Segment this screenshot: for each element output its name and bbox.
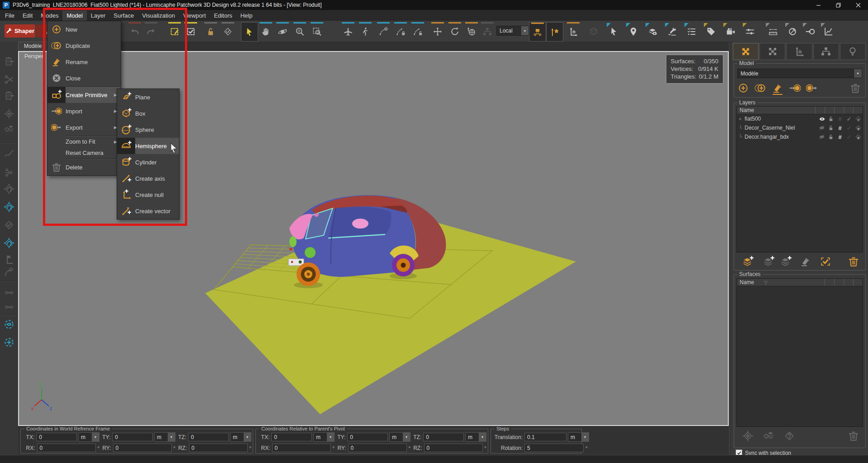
world-rotate-tool-button[interactable]	[463, 22, 480, 41]
rebuild-button[interactable]	[2, 265, 16, 279]
layer-select-toggle[interactable]	[854, 125, 863, 131]
rename-model-button[interactable]	[772, 81, 783, 93]
layer-lock-toggle[interactable]	[826, 134, 835, 140]
field-coordinates-relative-to-parent-s-pivot-tx-[interactable]: 0	[271, 433, 312, 441]
rename-layer-button[interactable]	[800, 255, 811, 267]
select-tool-button[interactable]	[241, 22, 258, 42]
menu-modes[interactable]: Modes	[37, 10, 62, 21]
unit-select[interactable]: m▾	[230, 432, 251, 442]
menu-help[interactable]: Help	[236, 10, 257, 21]
rotate-tool-button[interactable]	[447, 22, 463, 41]
walk-tool-button[interactable]	[357, 22, 373, 41]
layer-row-fiat500[interactable]: +fiat500#✓	[737, 114, 863, 123]
layer-visibility-toggle[interactable]	[817, 116, 826, 122]
delete-model-button[interactable]	[849, 81, 861, 93]
menu-item-delete[interactable]: Delete	[47, 159, 121, 175]
chevron-down-icon[interactable]: ▾	[92, 433, 99, 441]
add-selection-button[interactable]	[2, 335, 16, 350]
menu-item-close[interactable]: Close	[47, 70, 121, 86]
add-object-button[interactable]	[2, 107, 16, 121]
revert-object-active-button[interactable]	[2, 200, 16, 214]
unit-select[interactable]: m▾	[78, 432, 99, 442]
editor-pointer-button[interactable]	[606, 22, 622, 41]
tab-axis[interactable]	[786, 43, 812, 60]
config-tool-button[interactable]	[784, 22, 801, 41]
layer-select-toggle[interactable]	[854, 134, 863, 140]
chevron-down-icon[interactable]: ▾	[479, 433, 486, 441]
editor-cameras-button[interactable]	[722, 22, 739, 41]
translate-tool-button[interactable]	[429, 22, 446, 41]
menu-item-box[interactable]: Box	[117, 105, 179, 122]
editor-settings-button[interactable]	[742, 22, 758, 41]
tab-model[interactable]	[733, 43, 759, 60]
copy-out-button[interactable]	[2, 89, 16, 103]
menu-editors[interactable]: Editors	[210, 10, 236, 21]
axis-mode-button[interactable]	[565, 22, 581, 41]
snap-hierarchy-button[interactable]	[529, 22, 546, 42]
surface-help-button[interactable]	[783, 429, 795, 441]
camera-lock-button[interactable]	[392, 22, 409, 41]
editor-tags-button[interactable]	[703, 22, 719, 41]
validate-object-button[interactable]	[2, 218, 16, 232]
unit-select[interactable]: m▾	[465, 432, 486, 442]
restore-button[interactable]	[828, 0, 848, 10]
layer-row-decor-caserne-niel[interactable]: └Decor_Caserne_Niel#✓	[737, 123, 863, 132]
menu-item-rename[interactable]: Rename	[47, 54, 121, 70]
layer-check-toggle[interactable]: ✓	[844, 116, 854, 122]
menu-item-hemisphere[interactable]: Hemisphere	[117, 138, 179, 154]
export-model-button[interactable]	[806, 81, 818, 93]
duplicate-layer-button[interactable]	[780, 255, 792, 267]
field-coordinates-relative-to-parent-s-pivot-rx-[interactable]: 0	[272, 444, 331, 452]
cut-button[interactable]	[2, 72, 16, 87]
menu-item-duplicate[interactable]: Duplicate	[47, 37, 121, 54]
layers-list-header[interactable]: Name	[737, 107, 863, 114]
viewport-tab-modele[interactable]: Modèle	[18, 42, 47, 51]
editor-surface-tools-button[interactable]	[664, 22, 680, 41]
revert-object-button[interactable]	[2, 182, 16, 196]
unit-select[interactable]: m▾	[389, 432, 410, 442]
menu-surface[interactable]: Surface	[109, 10, 138, 21]
model-select[interactable]: Modèle ▾	[737, 69, 862, 78]
layer-hash-toggle[interactable]: #	[835, 125, 844, 131]
minimize-button[interactable]	[808, 0, 828, 10]
field-coordinates-relative-to-parent-s-pivot-ry-[interactable]: 0	[348, 444, 407, 452]
menu-item-sphere[interactable]: Sphere	[117, 122, 179, 138]
layer-check-toggle[interactable]: ✓	[844, 134, 854, 140]
menu-item-create-vector[interactable]: Create vector	[117, 203, 179, 219]
tab-lighting[interactable]	[840, 43, 866, 60]
field-steps-translation-[interactable]: 0.1	[524, 433, 566, 441]
menu-model[interactable]: Model	[62, 10, 86, 21]
menu-item-cylinder[interactable]: Cylinder	[117, 154, 179, 170]
unit-select[interactable]: m▾	[313, 432, 335, 442]
validate-selection-button[interactable]	[183, 22, 199, 41]
layer-row-decor-hangar-bdx[interactable]: └Decor.hangar_bdx#✓	[737, 132, 863, 141]
chevron-down-icon[interactable]: ▾	[168, 433, 175, 441]
tab-materials[interactable]	[760, 43, 785, 60]
stats-tool-button[interactable]	[820, 22, 836, 41]
surfaces-name-header[interactable]: Name▽	[737, 279, 825, 286]
chevron-down-icon[interactable]: ▾	[854, 69, 862, 78]
show-primitives-button[interactable]	[585, 22, 602, 41]
select-region-button[interactable]	[166, 22, 183, 41]
menu-edit[interactable]: Edit	[19, 10, 37, 21]
import-model-button[interactable]	[789, 81, 801, 93]
menu-item-reset-camera[interactable]: Reset Camera	[47, 147, 121, 159]
camera-unlock-button[interactable]	[410, 22, 426, 41]
undo-button[interactable]	[127, 22, 143, 41]
field-coordinates-in-world-refrence-frame-tx-[interactable]: 0	[36, 433, 77, 441]
object-layers-button[interactable]	[2, 122, 16, 136]
menu-viewport[interactable]: Viewport	[179, 10, 210, 21]
lock-button[interactable]	[203, 22, 219, 41]
pan-tool-button[interactable]	[258, 22, 274, 41]
unit-select[interactable]: m▾	[154, 432, 175, 442]
menu-item-create-axis[interactable]: Create axis	[117, 170, 179, 187]
field-steps-rotation-[interactable]: 5	[524, 444, 584, 452]
sew-button[interactable]	[2, 147, 16, 162]
menu-file[interactable]: File	[1, 10, 19, 21]
field-coordinates-relative-to-parent-s-pivot-rz-[interactable]: 0	[424, 444, 483, 452]
add-layer-button[interactable]	[742, 255, 754, 267]
chevron-down-icon[interactable]: ▾	[581, 433, 589, 441]
chevron-down-icon[interactable]: ▾	[521, 26, 528, 35]
cut-surface-button[interactable]	[2, 165, 16, 180]
layer-check-toggle[interactable]: ✓	[844, 125, 854, 131]
